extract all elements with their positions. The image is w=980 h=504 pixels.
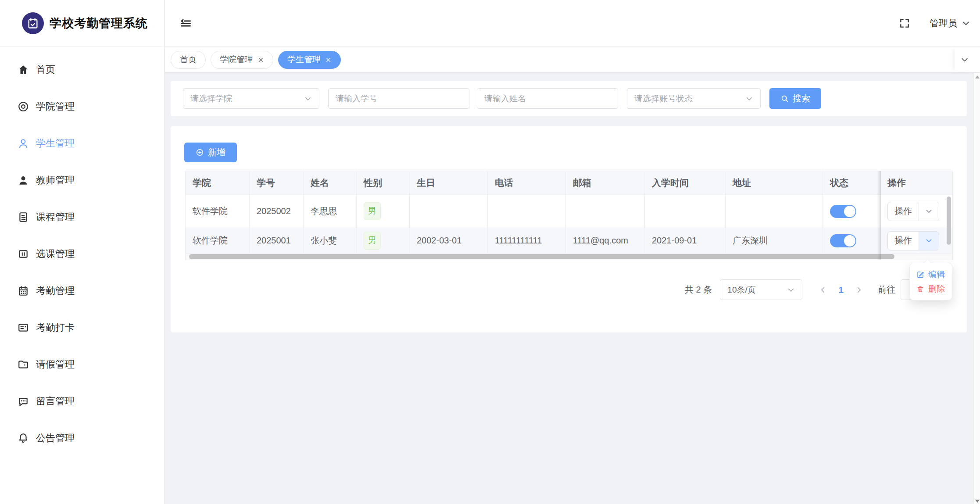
column-header: 姓名 xyxy=(304,171,357,195)
trash-icon xyxy=(916,285,924,293)
cell-actions: 操作 xyxy=(880,195,952,228)
dropdown-item-delete[interactable]: 删除 xyxy=(910,282,952,296)
chevron-down-icon xyxy=(304,95,312,103)
next-page-button[interactable] xyxy=(850,286,868,294)
vertical-scrollbar-thumb[interactable] xyxy=(947,197,951,245)
cell-enroll xyxy=(645,195,726,228)
sidebar-item-label: 学院管理 xyxy=(36,100,75,113)
column-header: 学院 xyxy=(186,171,250,195)
column-header: 入学时间 xyxy=(645,171,726,195)
tab-college[interactable]: 学院管理 xyxy=(211,51,273,69)
tab-bar: 首页 学院管理 学生管理 xyxy=(165,47,980,72)
sidebar-item-notice[interactable]: 公告管理 xyxy=(0,420,164,457)
sidebar-item-teacher[interactable]: 教师管理 xyxy=(0,162,164,199)
row-action-button[interactable]: 操作 xyxy=(887,231,939,250)
horizontal-scrollbar-thumb[interactable] xyxy=(189,254,894,259)
row-action-button[interactable]: 操作 xyxy=(887,202,939,221)
table-horizontal-scrollbar[interactable] xyxy=(186,254,952,260)
scroll-down-arrow-icon[interactable] xyxy=(975,500,980,503)
app-logo-row: 学校考勤管理系统 xyxy=(0,0,164,47)
cell-college: 软件学院 xyxy=(186,228,250,254)
cell-address xyxy=(726,195,823,228)
close-icon[interactable] xyxy=(325,57,332,63)
fullscreen-icon xyxy=(899,18,910,29)
student-name-input[interactable] xyxy=(477,88,618,109)
dropdown-item-edit[interactable]: 编辑 xyxy=(910,267,952,282)
sidebar-item-punch[interactable]: 考勤打卡 xyxy=(0,309,164,346)
cell-actions: 操作 xyxy=(880,228,952,254)
collapse-sidebar-button[interactable] xyxy=(180,18,192,29)
sidebar-item-course-select[interactable]: 选课管理 xyxy=(0,236,164,272)
sidebar-item-home[interactable]: 首页 xyxy=(0,51,164,88)
sidebar-item-leave[interactable]: 请假管理 xyxy=(0,346,164,383)
sidebar-item-label: 公告管理 xyxy=(36,432,75,445)
tab-label: 首页 xyxy=(180,54,197,65)
sidebar-item-label: 考勤打卡 xyxy=(36,321,75,334)
sidebar-item-student[interactable]: 学生管理 xyxy=(0,125,164,162)
sidebar-item-college[interactable]: 学院管理 xyxy=(0,88,164,125)
ticket-icon xyxy=(18,248,29,260)
sidebar-item-label: 选课管理 xyxy=(36,247,75,261)
cell-birthday: 2002-03-01 xyxy=(410,228,488,254)
cell-gender: 男 xyxy=(357,195,410,228)
user-menu[interactable]: 管理员 xyxy=(930,17,970,29)
search-button-label: 搜索 xyxy=(793,93,810,104)
row-action-dropdown: 编辑 删除 xyxy=(909,263,952,300)
sidebar-item-label: 教师管理 xyxy=(36,174,75,187)
calendar-icon xyxy=(18,285,29,297)
tab-student[interactable]: 学生管理 xyxy=(278,51,341,69)
user-name: 管理员 xyxy=(930,17,957,29)
fold-menu-icon xyxy=(180,18,192,29)
tab-label: 学生管理 xyxy=(287,54,321,65)
column-header: 地址 xyxy=(726,171,823,195)
page-size-select[interactable]: 10条/页 xyxy=(720,279,802,300)
column-header: 邮箱 xyxy=(566,171,645,195)
student-table-panel: 新增 学院 学号 姓名 性别 生日 电话 邮箱 入学时间 地址 状态 操作 软件… xyxy=(171,126,967,332)
tab-home[interactable]: 首页 xyxy=(171,51,206,69)
sidebar-item-message[interactable]: 留言管理 xyxy=(0,383,164,420)
sidebar-item-label: 留言管理 xyxy=(36,395,75,408)
user-outline-icon xyxy=(18,138,29,149)
status-toggle[interactable] xyxy=(830,234,856,247)
calendar-check-logo-icon xyxy=(22,12,44,34)
scroll-up-arrow-icon[interactable] xyxy=(975,75,980,79)
edit-label: 编辑 xyxy=(928,269,945,280)
cell-enroll: 2021-09-01 xyxy=(645,228,726,254)
column-header: 性别 xyxy=(357,171,410,195)
status-toggle[interactable] xyxy=(830,205,856,218)
chevron-left-icon xyxy=(819,286,827,294)
goto-label: 前往 xyxy=(878,284,895,296)
search-button[interactable]: 搜索 xyxy=(769,88,821,109)
user-filled-icon xyxy=(18,175,29,186)
add-button-label: 新增 xyxy=(208,147,225,158)
tab-overflow-button[interactable] xyxy=(955,47,975,72)
fullscreen-button[interactable] xyxy=(899,18,910,29)
add-button[interactable]: 新增 xyxy=(184,143,237,162)
gender-badge: 男 xyxy=(364,232,381,250)
sidebar-item-label: 学生管理 xyxy=(36,137,75,150)
tab-label: 学院管理 xyxy=(220,54,253,65)
cell-name: 张小斐 xyxy=(304,228,357,254)
cell-college: 软件学院 xyxy=(186,195,250,228)
student-id-input[interactable] xyxy=(328,88,469,109)
table-row: 软件学院 2025001 张小斐 男 2002-03-01 1111111111… xyxy=(186,228,952,254)
close-icon[interactable] xyxy=(258,57,264,63)
cell-sid: 2025002 xyxy=(250,195,304,228)
sidebar-item-course[interactable]: 课程管理 xyxy=(0,199,164,236)
column-header: 学号 xyxy=(250,171,304,195)
cell-email xyxy=(566,195,645,228)
chevron-down-icon[interactable] xyxy=(919,202,939,221)
select-placeholder: 请选择账号状态 xyxy=(634,93,693,104)
app-title: 学校考勤管理系统 xyxy=(50,15,148,31)
student-table: 学院 学号 姓名 性别 生日 电话 邮箱 入学时间 地址 状态 操作 软件学院 … xyxy=(185,171,953,260)
cell-sid: 2025001 xyxy=(250,228,304,254)
college-select[interactable]: 请选择学院 xyxy=(183,88,319,109)
prev-page-button[interactable] xyxy=(814,286,832,294)
cell-address: 广东深圳 xyxy=(726,228,823,254)
account-status-select[interactable]: 请选择账号状态 xyxy=(627,88,761,109)
sidebar-item-attendance[interactable]: 考勤管理 xyxy=(0,272,164,309)
chevron-down-icon[interactable] xyxy=(919,232,939,250)
top-header: 管理员 xyxy=(165,0,980,47)
page-scrollbar[interactable] xyxy=(973,73,980,504)
page-number-1[interactable]: 1 xyxy=(832,285,850,295)
